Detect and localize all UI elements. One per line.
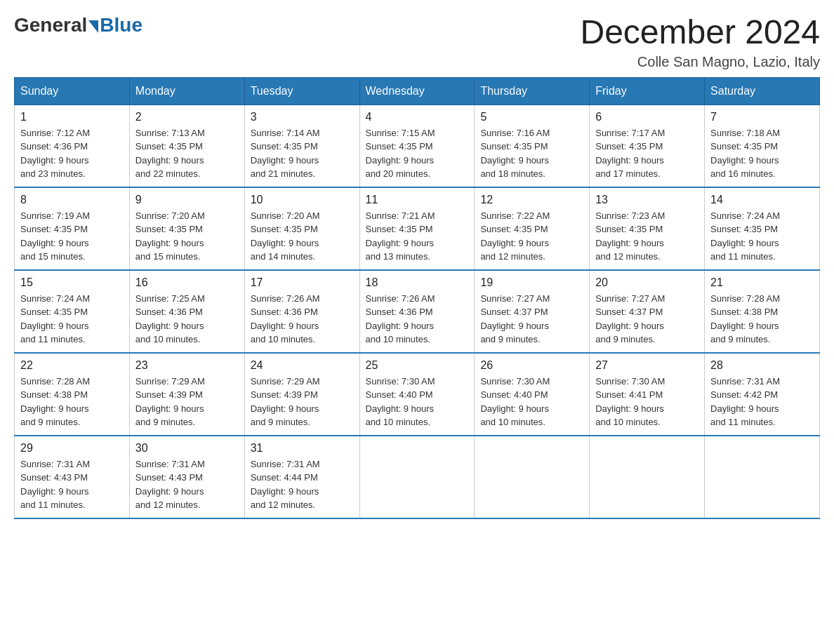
calendar-cell: 18Sunrise: 7:26 AMSunset: 4:36 PMDayligh… — [359, 270, 475, 353]
day-info: Sunrise: 7:21 AMSunset: 4:35 PMDaylight:… — [366, 209, 469, 264]
day-info: Sunrise: 7:22 AMSunset: 4:35 PMDaylight:… — [480, 209, 583, 264]
page-header: General Blue December 2024 Colle San Mag… — [14, 14, 820, 70]
calendar-cell — [475, 436, 590, 518]
col-saturday: Saturday — [705, 77, 820, 105]
day-number: 13 — [595, 194, 699, 206]
calendar-cell: 14Sunrise: 7:24 AMSunset: 4:35 PMDayligh… — [705, 187, 820, 270]
day-info: Sunrise: 7:26 AMSunset: 4:36 PMDaylight:… — [251, 292, 354, 347]
calendar-header: Sunday Monday Tuesday Wednesday Thursday… — [15, 77, 820, 105]
day-number: 2 — [135, 111, 239, 123]
day-number: 15 — [20, 276, 124, 289]
day-number: 5 — [480, 111, 583, 123]
day-info: Sunrise: 7:28 AMSunset: 4:38 PMDaylight:… — [20, 375, 124, 429]
calendar-cell: 24Sunrise: 7:29 AMSunset: 4:39 PMDayligh… — [244, 353, 359, 436]
calendar-cell: 27Sunrise: 7:30 AMSunset: 4:41 PMDayligh… — [590, 353, 705, 436]
day-number: 9 — [135, 194, 239, 206]
day-number: 19 — [480, 276, 583, 289]
calendar-week-1: 1Sunrise: 7:12 AMSunset: 4:36 PMDaylight… — [15, 105, 820, 187]
calendar-cell: 19Sunrise: 7:27 AMSunset: 4:37 PMDayligh… — [475, 270, 590, 353]
header-row: Sunday Monday Tuesday Wednesday Thursday… — [15, 77, 820, 105]
calendar-cell: 31Sunrise: 7:31 AMSunset: 4:44 PMDayligh… — [244, 436, 359, 518]
day-info: Sunrise: 7:31 AMSunset: 4:43 PMDaylight:… — [20, 457, 124, 512]
logo-arrow-icon — [88, 20, 98, 33]
calendar-cell: 30Sunrise: 7:31 AMSunset: 4:43 PMDayligh… — [129, 436, 244, 518]
calendar-table: Sunday Monday Tuesday Wednesday Thursday… — [14, 77, 820, 519]
calendar-cell: 12Sunrise: 7:22 AMSunset: 4:35 PMDayligh… — [475, 187, 590, 270]
day-info: Sunrise: 7:18 AMSunset: 4:35 PMDaylight:… — [710, 126, 814, 181]
col-monday: Monday — [129, 77, 244, 105]
col-sunday: Sunday — [15, 77, 130, 105]
calendar-week-3: 15Sunrise: 7:24 AMSunset: 4:35 PMDayligh… — [15, 270, 820, 353]
day-number: 1 — [20, 111, 124, 123]
day-number: 24 — [251, 359, 354, 372]
calendar-week-2: 8Sunrise: 7:19 AMSunset: 4:35 PMDaylight… — [15, 187, 820, 270]
calendar-cell: 28Sunrise: 7:31 AMSunset: 4:42 PMDayligh… — [705, 353, 820, 436]
day-info: Sunrise: 7:29 AMSunset: 4:39 PMDaylight:… — [135, 375, 239, 429]
day-number: 14 — [710, 194, 814, 206]
day-info: Sunrise: 7:30 AMSunset: 4:40 PMDaylight:… — [480, 375, 583, 429]
day-info: Sunrise: 7:27 AMSunset: 4:37 PMDaylight:… — [595, 292, 699, 347]
calendar-week-4: 22Sunrise: 7:28 AMSunset: 4:38 PMDayligh… — [15, 353, 820, 436]
month-title: December 2024 — [580, 14, 820, 51]
day-number: 28 — [710, 359, 814, 372]
calendar-cell — [590, 436, 705, 518]
calendar-cell — [705, 436, 820, 518]
calendar-cell: 11Sunrise: 7:21 AMSunset: 4:35 PMDayligh… — [359, 187, 475, 270]
day-number: 7 — [710, 111, 814, 123]
col-thursday: Thursday — [475, 77, 590, 105]
day-info: Sunrise: 7:16 AMSunset: 4:35 PMDaylight:… — [480, 126, 583, 181]
location-text: Colle San Magno, Lazio, Italy — [580, 54, 820, 70]
day-number: 12 — [480, 194, 583, 206]
logo: General Blue — [14, 14, 143, 36]
day-number: 18 — [366, 276, 469, 289]
day-number: 30 — [135, 442, 239, 455]
calendar-cell: 22Sunrise: 7:28 AMSunset: 4:38 PMDayligh… — [15, 353, 130, 436]
calendar-cell: 8Sunrise: 7:19 AMSunset: 4:35 PMDaylight… — [15, 187, 130, 270]
day-info: Sunrise: 7:31 AMSunset: 4:42 PMDaylight:… — [710, 375, 814, 429]
day-number: 10 — [251, 194, 354, 206]
day-number: 22 — [20, 359, 124, 372]
day-number: 8 — [20, 194, 124, 206]
calendar-cell: 10Sunrise: 7:20 AMSunset: 4:35 PMDayligh… — [244, 187, 359, 270]
day-info: Sunrise: 7:28 AMSunset: 4:38 PMDaylight:… — [710, 292, 814, 347]
calendar-cell: 16Sunrise: 7:25 AMSunset: 4:36 PMDayligh… — [129, 270, 244, 353]
day-number: 25 — [366, 359, 469, 372]
calendar-cell: 1Sunrise: 7:12 AMSunset: 4:36 PMDaylight… — [15, 105, 130, 187]
calendar-cell: 29Sunrise: 7:31 AMSunset: 4:43 PMDayligh… — [15, 436, 130, 518]
calendar-cell: 3Sunrise: 7:14 AMSunset: 4:35 PMDaylight… — [244, 105, 359, 187]
logo-blue-text: Blue — [100, 14, 143, 36]
col-friday: Friday — [590, 77, 705, 105]
calendar-cell: 15Sunrise: 7:24 AMSunset: 4:35 PMDayligh… — [15, 270, 130, 353]
day-info: Sunrise: 7:23 AMSunset: 4:35 PMDaylight:… — [595, 209, 699, 264]
day-number: 27 — [595, 359, 699, 372]
day-info: Sunrise: 7:30 AMSunset: 4:41 PMDaylight:… — [595, 375, 699, 429]
calendar-cell: 6Sunrise: 7:17 AMSunset: 4:35 PMDaylight… — [590, 105, 705, 187]
day-number: 20 — [595, 276, 699, 289]
day-info: Sunrise: 7:25 AMSunset: 4:36 PMDaylight:… — [135, 292, 239, 347]
calendar-cell: 23Sunrise: 7:29 AMSunset: 4:39 PMDayligh… — [129, 353, 244, 436]
calendar-cell: 21Sunrise: 7:28 AMSunset: 4:38 PMDayligh… — [705, 270, 820, 353]
calendar-cell: 4Sunrise: 7:15 AMSunset: 4:35 PMDaylight… — [359, 105, 475, 187]
day-info: Sunrise: 7:14 AMSunset: 4:35 PMDaylight:… — [251, 126, 354, 181]
day-number: 16 — [135, 276, 239, 289]
calendar-week-5: 29Sunrise: 7:31 AMSunset: 4:43 PMDayligh… — [15, 436, 820, 518]
day-info: Sunrise: 7:31 AMSunset: 4:44 PMDaylight:… — [251, 457, 354, 512]
logo-general-text: General — [14, 14, 87, 36]
col-wednesday: Wednesday — [359, 77, 475, 105]
day-number: 3 — [251, 111, 354, 123]
calendar-cell: 5Sunrise: 7:16 AMSunset: 4:35 PMDaylight… — [475, 105, 590, 187]
day-number: 23 — [135, 359, 239, 372]
day-info: Sunrise: 7:20 AMSunset: 4:35 PMDaylight:… — [251, 209, 354, 264]
day-info: Sunrise: 7:20 AMSunset: 4:35 PMDaylight:… — [135, 209, 239, 264]
day-info: Sunrise: 7:13 AMSunset: 4:35 PMDaylight:… — [135, 126, 239, 181]
title-block: December 2024 Colle San Magno, Lazio, It… — [580, 14, 820, 70]
day-info: Sunrise: 7:27 AMSunset: 4:37 PMDaylight:… — [480, 292, 583, 347]
day-number: 11 — [366, 194, 469, 206]
calendar-cell: 26Sunrise: 7:30 AMSunset: 4:40 PMDayligh… — [475, 353, 590, 436]
calendar-cell: 7Sunrise: 7:18 AMSunset: 4:35 PMDaylight… — [705, 105, 820, 187]
calendar-cell: 20Sunrise: 7:27 AMSunset: 4:37 PMDayligh… — [590, 270, 705, 353]
day-info: Sunrise: 7:24 AMSunset: 4:35 PMDaylight:… — [710, 209, 814, 264]
col-tuesday: Tuesday — [244, 77, 359, 105]
day-info: Sunrise: 7:19 AMSunset: 4:35 PMDaylight:… — [20, 209, 124, 264]
calendar-cell — [359, 436, 475, 518]
